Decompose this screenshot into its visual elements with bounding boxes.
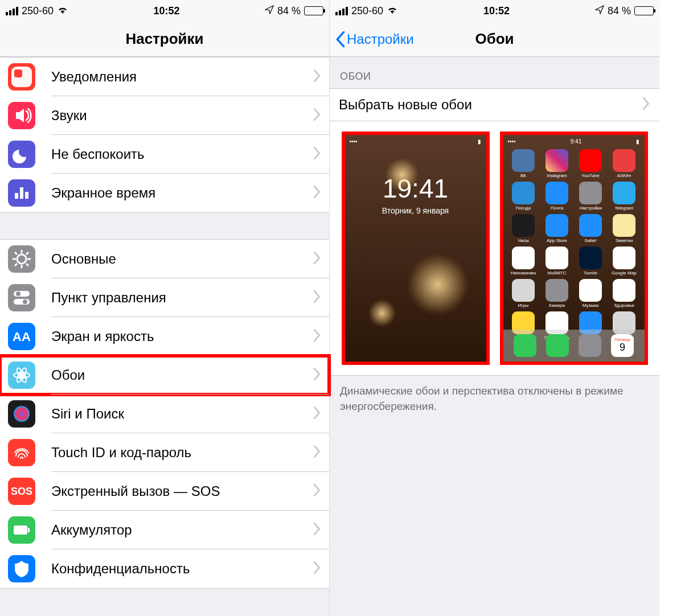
app-icon <box>613 149 635 172</box>
choose-wallpaper-row[interactable]: Выбрать новые обои <box>330 88 659 121</box>
chevron-right-icon <box>313 368 321 383</box>
wifi-icon <box>387 5 398 17</box>
app-icon <box>512 182 535 204</box>
svg-point-14 <box>16 291 20 296</box>
carrier-label: 250-60 <box>351 5 383 17</box>
app-label: Здоровье <box>614 303 634 308</box>
app-label: Часы <box>518 238 529 243</box>
status-time: 10:52 <box>153 5 179 17</box>
app-label: ASKfm <box>617 173 631 178</box>
settings-row-sounds[interactable]: Звуки <box>0 96 329 135</box>
back-button[interactable]: Настройки <box>335 31 414 47</box>
app-label: Safari <box>585 238 597 243</box>
settings-row-screentime[interactable]: Экранное время <box>0 174 329 212</box>
battery-pct: 84 % <box>608 5 631 17</box>
chevron-right-icon <box>313 484 321 499</box>
home-app: Заметки <box>610 214 639 243</box>
settings-row-siri[interactable]: Siri и Поиск <box>0 395 329 433</box>
signal-icon <box>335 7 348 15</box>
notifications-icon <box>8 63 35 91</box>
app-label: МойМТС <box>548 270 567 276</box>
app-label: Заметки <box>616 238 633 243</box>
settings-row-dnd[interactable]: Не беспокоить <box>0 135 329 174</box>
row-label: Конфиденциальность <box>51 561 313 577</box>
svg-text:SOS: SOS <box>11 486 32 497</box>
chevron-right-icon <box>313 108 321 123</box>
app-icon <box>579 279 602 302</box>
home-app: Настройки <box>576 182 605 211</box>
location-icon <box>265 5 274 17</box>
app-icon <box>512 149 535 172</box>
app-icon <box>613 182 635 204</box>
settings-row-battery[interactable]: Аккумулятор <box>0 511 329 549</box>
lockscreen-preview[interactable]: ••••▮ 19:41 Вторник, 9 января <box>342 132 490 365</box>
status-bar: 250-60 10:52 84 % <box>330 0 659 22</box>
home-app: Часы <box>509 214 538 243</box>
choose-wallpaper-label: Выбрать новые обои <box>339 97 642 113</box>
wallpaper-screen: 250-60 10:52 84 % Настройки Обои ОБОИ Вы… <box>330 0 659 616</box>
general-icon <box>8 245 35 273</box>
siri-icon <box>8 400 35 428</box>
sounds-icon <box>8 102 35 129</box>
svg-point-15 <box>23 299 27 304</box>
app-icon <box>546 149 568 172</box>
chevron-right-icon <box>313 329 321 344</box>
svg-line-8 <box>15 252 17 254</box>
settings-row-display[interactable]: AAЭкран и яркость <box>0 317 329 356</box>
chevron-right-icon <box>642 97 650 112</box>
svg-text:AA: AA <box>13 330 31 344</box>
home-app: App Store <box>543 214 572 243</box>
app-icon <box>546 214 568 237</box>
app-icon <box>579 149 602 172</box>
svg-line-10 <box>26 252 28 254</box>
svg-rect-23 <box>14 525 27 535</box>
settings-row-sos[interactable]: SOSЭкстренный вызов — SOS <box>0 472 329 511</box>
dnd-icon <box>8 141 35 168</box>
app-label: App Store <box>547 238 567 243</box>
settings-row-privacy[interactable]: Конфиденциальность <box>0 549 329 588</box>
homescreen-preview[interactable]: ••••9:41▮ ВКInstagramYouTubeASKfmПогодаП… <box>500 132 648 365</box>
row-label: Пункт управления <box>51 290 313 306</box>
home-app: Музыка <box>576 279 605 308</box>
home-app: Камера <box>543 279 572 308</box>
settings-row-touchid[interactable]: Touch ID и код-пароль <box>0 433 329 472</box>
app-icon <box>546 247 568 269</box>
home-app: Google Maps <box>610 247 639 276</box>
battery-icon <box>304 6 323 15</box>
settings-row-general[interactable]: Основные <box>0 240 329 278</box>
location-icon <box>595 5 604 17</box>
chevron-right-icon <box>313 147 321 162</box>
svg-rect-24 <box>28 528 30 532</box>
settings-row-controlcenter[interactable]: Пункт управления <box>0 278 329 317</box>
signal-icon <box>6 7 18 15</box>
app-icon <box>512 247 535 269</box>
chevron-right-icon <box>313 445 321 460</box>
lock-preview-date: Вторник, 9 января <box>382 206 449 215</box>
controlcenter-icon <box>8 284 35 311</box>
nav-title: Обои <box>475 30 514 48</box>
svg-line-9 <box>26 264 28 266</box>
row-label: Обои <box>51 367 313 383</box>
app-icon <box>613 247 635 269</box>
status-bar: 250-60 10:52 84 % <box>0 0 329 22</box>
battery-icon <box>8 516 35 544</box>
row-label: Звуки <box>51 108 313 124</box>
home-app: Здоровье <box>610 279 639 308</box>
app-icon <box>579 182 602 204</box>
display-icon: AA <box>8 323 35 350</box>
chevron-right-icon <box>313 186 321 200</box>
settings-group-2: ОсновныеПункт управленияAAЭкран и яркост… <box>0 239 329 589</box>
row-label: Экран и яркость <box>51 328 313 344</box>
row-label: Экранное время <box>51 185 313 201</box>
wifi-icon <box>57 5 68 17</box>
row-label: Уведомления <box>51 69 313 85</box>
app-icon <box>546 182 568 204</box>
svg-point-21 <box>14 406 30 422</box>
home-app: Игры <box>509 279 538 308</box>
home-app: Напоминания <box>509 247 538 276</box>
carrier-label: 250-60 <box>22 5 54 17</box>
settings-row-notifications[interactable]: Уведомления <box>0 58 329 96</box>
svg-point-3 <box>17 254 26 264</box>
chevron-right-icon <box>313 406 321 421</box>
settings-row-wallpaper[interactable]: Обои <box>0 356 329 395</box>
